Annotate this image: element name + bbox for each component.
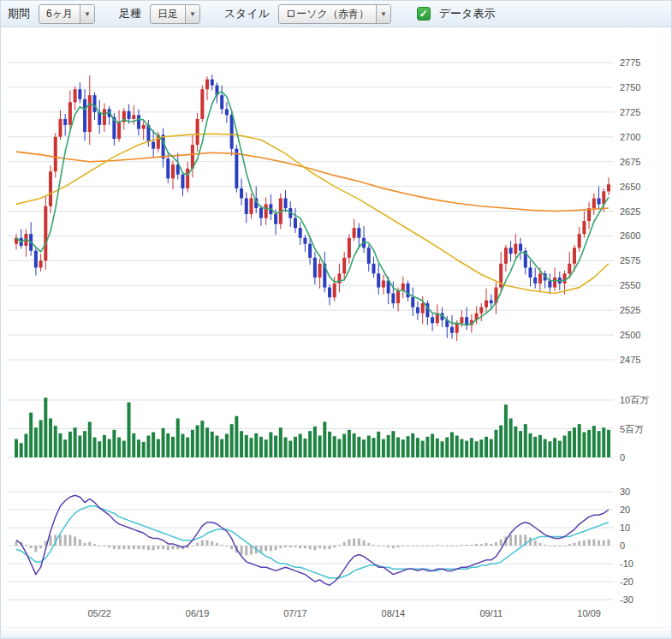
- svg-text:0: 0: [620, 452, 625, 463]
- stock-chart-page: 期間 6ヶ月 ▼ 足種 日足 ▼ スタイル ローソク（赤青） ▼ ✓ データ表示…: [0, 0, 672, 639]
- moving-average-lines: [16, 92, 609, 325]
- check-icon: ✓: [419, 9, 428, 19]
- svg-text:07/17: 07/17: [283, 608, 307, 618]
- chevron-down-icon: ▼: [185, 5, 199, 23]
- style-value: ローソク（赤青）: [279, 5, 376, 23]
- style-select[interactable]: ローソク（赤青） ▼: [278, 4, 391, 24]
- bartype-value: 日足: [151, 5, 185, 23]
- chevron-down-icon: ▼: [376, 5, 390, 23]
- svg-text:10/09: 10/09: [577, 608, 601, 618]
- svg-text:-30: -30: [620, 594, 633, 605]
- svg-text:08/14: 08/14: [382, 608, 406, 618]
- data-display-checkbox[interactable]: ✓: [417, 7, 431, 21]
- svg-text:20: 20: [620, 505, 630, 515]
- svg-text:5百万: 5百万: [620, 424, 644, 434]
- period-value: 6ヶ月: [39, 5, 80, 23]
- svg-text:2625: 2625: [620, 206, 640, 217]
- svg-text:2650: 2650: [620, 182, 640, 192]
- svg-text:2725: 2725: [620, 107, 640, 117]
- svg-text:0: 0: [620, 540, 625, 551]
- svg-text:09/11: 09/11: [479, 608, 503, 618]
- svg-text:2600: 2600: [620, 230, 640, 241]
- svg-text:2500: 2500: [620, 330, 640, 340]
- svg-text:2475: 2475: [620, 355, 640, 365]
- svg-text:10百万: 10百万: [620, 395, 649, 405]
- axis-labels: 2475250025252550257526002625265026752700…: [87, 57, 649, 618]
- svg-text:06/19: 06/19: [186, 608, 210, 618]
- data-display-label: データ表示: [439, 6, 496, 21]
- style-label: スタイル: [224, 6, 270, 21]
- chart-toolbar: 期間 6ヶ月 ▼ 足種 日足 ▼ スタイル ローソク（赤青） ▼ ✓ データ表示: [1, 1, 671, 27]
- period-label: 期間: [8, 6, 30, 21]
- bartype-label: 足種: [119, 6, 141, 21]
- volume-bars: [15, 397, 610, 457]
- bartype-select[interactable]: 日足 ▼: [150, 4, 200, 24]
- svg-text:2700: 2700: [620, 132, 640, 142]
- svg-text:2750: 2750: [620, 82, 640, 93]
- svg-text:2775: 2775: [620, 57, 640, 68]
- svg-text:05/22: 05/22: [87, 608, 111, 618]
- bottom-strip: [1, 627, 671, 639]
- svg-text:30: 30: [620, 487, 630, 497]
- svg-text:10: 10: [620, 523, 630, 533]
- gridlines: [8, 63, 614, 600]
- chart-area: 2475250025252550257526002625265026752700…: [1, 27, 672, 627]
- chart-canvas: 2475250025252550257526002625265026752700…: [1, 27, 672, 627]
- chevron-down-icon: ▼: [80, 5, 94, 23]
- svg-text:2550: 2550: [620, 280, 640, 290]
- svg-text:2525: 2525: [620, 305, 640, 315]
- period-select[interactable]: 6ヶ月 ▼: [39, 4, 95, 24]
- svg-text:2675: 2675: [620, 157, 640, 167]
- oscillator-panel: [15, 495, 610, 585]
- svg-text:-10: -10: [620, 558, 633, 569]
- svg-text:2575: 2575: [620, 255, 640, 266]
- svg-text:-20: -20: [620, 576, 633, 587]
